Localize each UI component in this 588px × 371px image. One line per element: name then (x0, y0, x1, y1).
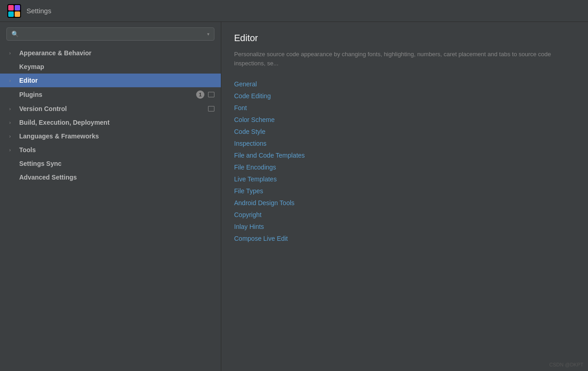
plugins-badge: 1 (196, 90, 204, 99)
sidebar-item-label: Advanced Settings (19, 174, 214, 181)
sidebar-item-plugins[interactable]: › Plugins 1 (0, 87, 221, 102)
sub-item-inlay-hints[interactable]: Inlay Hints (234, 221, 575, 232)
svg-rect-4 (15, 11, 20, 17)
plugins-icon (208, 92, 214, 97)
main-layout: 🔍 ▾ › Appearance & Behavior › Keymap › E… (0, 22, 588, 371)
sidebar-item-label: Tools (19, 146, 214, 154)
window-title: Settings (27, 7, 51, 15)
sub-item-android-design-tools[interactable]: Android Design Tools (234, 197, 575, 208)
sub-item-file-types[interactable]: File Types (234, 186, 575, 196)
sidebar-item-label: Appearance & Behavior (19, 49, 214, 57)
search-box[interactable]: 🔍 ▾ (6, 27, 214, 41)
sub-item-live-templates[interactable]: Live Templates (234, 174, 575, 185)
app-logo (7, 4, 21, 18)
version-control-icon (208, 106, 214, 111)
sidebar: 🔍 ▾ › Appearance & Behavior › Keymap › E… (0, 22, 221, 371)
sub-item-font[interactable]: Font (234, 102, 575, 113)
sidebar-item-build[interactable]: › Build, Execution, Deployment (0, 116, 221, 129)
sidebar-item-label: Languages & Frameworks (19, 132, 214, 140)
watermark: CSDN @DKPT (549, 362, 583, 367)
sidebar-item-keymap[interactable]: › Keymap (0, 60, 221, 74)
sub-item-copyright[interactable]: Copyright (234, 209, 575, 220)
nav-list: › Appearance & Behavior › Keymap › Edito… (0, 46, 221, 371)
svg-rect-3 (8, 11, 14, 17)
editor-sub-items-list: General Code Editing Font Color Scheme C… (234, 79, 575, 244)
sidebar-item-settings-sync[interactable]: › Settings Sync (0, 157, 221, 170)
sidebar-item-advanced-settings[interactable]: › Advanced Settings (0, 170, 221, 184)
page-title: Editor (234, 33, 575, 43)
sidebar-item-label: Plugins (19, 91, 192, 98)
sidebar-item-version-control[interactable]: › Version Control (0, 102, 221, 116)
chevron-right-icon: › (9, 50, 16, 56)
sidebar-item-languages[interactable]: › Languages & Frameworks (0, 129, 221, 143)
chevron-right-icon: › (9, 120, 16, 125)
sub-item-general[interactable]: General (234, 79, 575, 90)
search-container: 🔍 ▾ (0, 22, 221, 46)
title-bar: Settings (0, 0, 588, 22)
sub-item-color-scheme[interactable]: Color Scheme (234, 114, 575, 125)
search-input[interactable] (21, 31, 204, 37)
svg-rect-2 (15, 5, 20, 11)
sub-item-inspections[interactable]: Inspections (234, 138, 575, 149)
sidebar-item-label: Build, Execution, Deployment (19, 119, 214, 126)
sub-item-file-encodings[interactable]: File Encodings (234, 162, 575, 173)
chevron-right-icon: › (9, 106, 16, 111)
sidebar-item-tools[interactable]: › Tools (0, 143, 221, 157)
sidebar-item-label: Version Control (19, 105, 204, 112)
sidebar-item-appearance[interactable]: › Appearance & Behavior (0, 46, 221, 60)
sidebar-item-label: Keymap (19, 63, 214, 70)
svg-rect-1 (8, 5, 14, 11)
chevron-right-icon: › (9, 147, 16, 153)
search-icon: 🔍 (11, 31, 19, 37)
sub-item-file-code-templates[interactable]: File and Code Templates (234, 150, 575, 161)
page-description: Personalize source code appearance by ch… (234, 50, 575, 68)
sub-item-code-editing[interactable]: Code Editing (234, 90, 575, 101)
sidebar-item-label: Settings Sync (19, 160, 214, 167)
sub-item-code-style[interactable]: Code Style (234, 126, 575, 137)
sidebar-item-label: Editor (19, 77, 214, 84)
chevron-right-icon: › (9, 133, 16, 139)
sidebar-item-editor[interactable]: › Editor (0, 74, 221, 87)
sub-item-compose-live-edit[interactable]: Compose Live Edit (234, 233, 575, 244)
chevron-right-icon: › (9, 78, 16, 83)
content-area: Editor Personalize source code appearanc… (221, 22, 588, 371)
search-dropdown-arrow-icon[interactable]: ▾ (207, 32, 209, 37)
